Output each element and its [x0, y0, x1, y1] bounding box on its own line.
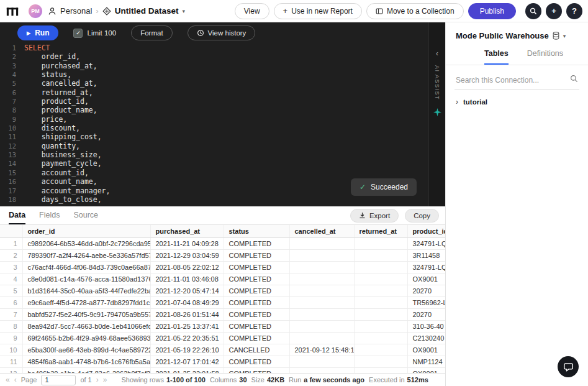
cell-order-id[interactable]: 8ea942d7-5cc7-4663-b0de-1eb41066efc0: [22, 320, 150, 332]
cell-purchased-at[interactable]: 2021-08-05 22:02:12: [150, 261, 224, 273]
code-text[interactable]: SELECT: [24, 44, 50, 52]
cell-returned-at[interactable]: [354, 273, 407, 285]
cell-returned-at[interactable]: [354, 344, 407, 356]
code-line[interactable]: 12 quantity,: [0, 142, 428, 150]
avatar[interactable]: PM: [29, 4, 42, 18]
code-text[interactable]: account_name,: [24, 177, 97, 186]
table-row[interactable]: 969f24655-b2b6-4f29-a949-68aee536893c202…: [0, 332, 445, 344]
dataset-caret-icon[interactable]: ▾: [182, 8, 185, 14]
row-number[interactable]: 11: [0, 356, 22, 367]
cell-cancelled-at[interactable]: [289, 285, 354, 296]
cell-product-id[interactable]: OX9001: [407, 344, 445, 356]
cell-product-id[interactable]: 3R11458: [407, 249, 445, 261]
row-number[interactable]: 3: [0, 261, 22, 273]
cell-status[interactable]: COMPLETED: [224, 261, 289, 273]
row-number[interactable]: 8: [0, 320, 22, 332]
cell-status[interactable]: COMPLETED: [224, 356, 289, 367]
code-line[interactable]: 3 purchased_at,: [0, 62, 428, 70]
code-line[interactable]: 14 payment_cycle,: [0, 159, 428, 168]
code-text[interactable]: quantity,: [24, 142, 80, 150]
cell-order-id[interactable]: c76acf4f-466d-4f06-84d3-739c0ae66a87: [22, 261, 150, 273]
cell-cancelled-at[interactable]: [289, 320, 354, 332]
connection-selector[interactable]: Mode Public Warehouse ▾: [446, 22, 588, 48]
cell-returned-at[interactable]: [354, 367, 407, 373]
code-line[interactable]: 10 discount,: [0, 124, 428, 132]
cell-purchased-at[interactable]: 2021-05-19 22:26:10: [150, 344, 224, 356]
cell-cancelled-at[interactable]: 2021-09-12 15:48:18: [289, 344, 354, 356]
cell-returned-at[interactable]: [354, 249, 407, 261]
cell-purchased-at[interactable]: 2021-01-25 13:37:41: [150, 320, 224, 332]
cell-returned-at[interactable]: [354, 308, 407, 320]
cell-purchased-at[interactable]: 2021-07-04 08:49:29: [150, 296, 224, 308]
code-text[interactable]: purchased_at,: [24, 62, 97, 70]
chat-launcher-button[interactable]: [558, 356, 579, 377]
cell-status[interactable]: COMPLETED: [224, 320, 289, 332]
col-header-purchased-at[interactable]: purchased_at: [150, 225, 224, 237]
tab-source[interactable]: Source: [73, 206, 98, 224]
cell-status[interactable]: COMPLETED: [224, 367, 289, 373]
row-number[interactable]: 6: [0, 296, 22, 308]
use-in-new-report-button[interactable]: + Use in new Report: [274, 3, 362, 19]
view-history-button[interactable]: View history: [188, 25, 256, 40]
cell-status[interactable]: COMPLETED: [224, 249, 289, 261]
cell-cancelled-at[interactable]: [289, 249, 354, 261]
dataset-title[interactable]: Untitled Dataset: [115, 6, 179, 16]
code-line[interactable]: 15 account_id,: [0, 168, 428, 177]
code-text[interactable]: price,: [24, 115, 67, 124]
last-page-icon[interactable]: »: [103, 375, 107, 384]
table-row[interactable]: 6e9c6aeff-4f5d-4728-a877-7db8297fdd1c202…: [0, 296, 445, 308]
cell-product-id[interactable]: NMP1124: [407, 356, 445, 367]
cell-status[interactable]: COMPLETED: [224, 285, 289, 296]
code-text[interactable]: account_manager,: [24, 186, 110, 195]
code-text[interactable]: business_size,: [24, 150, 102, 159]
cell-purchased-at[interactable]: 2021-11-01 03:46:08: [150, 273, 224, 285]
add-button[interactable]: +: [546, 3, 562, 19]
code-line[interactable]: 18 days_to_close,: [0, 195, 428, 204]
cell-product-id[interactable]: OX9001: [407, 273, 445, 285]
table-row[interactable]: 88ea942d7-5cc7-4663-b0de-1eb41066efc0202…: [0, 320, 445, 332]
row-number[interactable]: 7: [0, 308, 22, 320]
code-text[interactable]: product_id,: [24, 97, 89, 106]
code-text[interactable]: discount,: [24, 124, 80, 132]
cell-cancelled-at[interactable]: [289, 237, 354, 249]
cell-order-id[interactable]: c9892064-6b53-46dd-a0bf-2c7296cda952: [22, 237, 150, 249]
previous-page-icon[interactable]: ‹: [14, 375, 17, 384]
code-text[interactable]: payment_cycle,: [24, 159, 102, 168]
view-button[interactable]: View: [235, 3, 269, 19]
cell-product-id[interactable]: 20270: [407, 308, 445, 320]
code-line[interactable]: 7 product_id,: [0, 97, 428, 106]
code-text[interactable]: order_id,: [24, 52, 80, 61]
cell-status[interactable]: COMPLETED: [224, 237, 289, 249]
ai-assist-tab[interactable]: AI ASSIST: [434, 65, 440, 100]
cell-returned-at[interactable]: [354, 237, 407, 249]
limit-checkbox[interactable]: ✓: [73, 29, 83, 38]
col-header-cancelled-at[interactable]: cancelled_at: [289, 225, 354, 237]
page-number-input[interactable]: [41, 375, 76, 385]
cell-order-id[interactable]: 789390f7-a2f4-4264-aebe-5e336a57fd57: [22, 249, 150, 261]
cell-status[interactable]: COMPLETED: [224, 332, 289, 344]
cell-order-id[interactable]: e5ba300f-ae66-43eb-899d-4c4ae5897229: [22, 344, 150, 356]
publish-button[interactable]: Publish: [468, 3, 516, 19]
tab-tables[interactable]: Tables: [484, 49, 509, 65]
col-header-returned-at[interactable]: returned_at: [354, 225, 407, 237]
move-to-collection-button[interactable]: Move to a Collection: [366, 3, 464, 19]
cell-status[interactable]: COMPLETED: [224, 296, 289, 308]
cell-cancelled-at[interactable]: [289, 308, 354, 320]
table-row[interactable]: 114854f6a8-aab1-4748-b7b6-1c676fb5a5ad20…: [0, 356, 445, 367]
cell-returned-at[interactable]: [354, 356, 407, 367]
cell-order-id[interactable]: 69f24655-b2b6-4f29-a949-68aee536893c: [22, 332, 150, 344]
code-text[interactable]: status,: [24, 70, 71, 79]
table-row[interactable]: 3c76acf4f-466d-4f06-84d3-739c0ae66a87202…: [0, 261, 445, 273]
code-text[interactable]: product_name,: [24, 106, 97, 114]
cell-order-id[interactable]: babfd527-f5e2-40f5-9c91-794705a9b557: [22, 308, 150, 320]
code-text[interactable]: days_to_close,: [24, 195, 102, 204]
code-line[interactable]: 2 order_id,: [0, 52, 428, 61]
table-row[interactable]: 7babfd527-f5e2-40f5-9c91-794705a9b557202…: [0, 308, 445, 320]
table-row[interactable]: 5b1d31644-35c0-40aa-a5f3-44f7edfe22ba202…: [0, 285, 445, 296]
row-number[interactable]: 2: [0, 249, 22, 261]
cell-returned-at[interactable]: [354, 332, 407, 344]
cell-product-id[interactable]: C2130240: [407, 332, 445, 344]
cell-product-id[interactable]: 310-36-40: [407, 320, 445, 332]
code-line[interactable]: 5 cancelled_at,: [0, 79, 428, 88]
row-number[interactable]: 5: [0, 285, 22, 296]
